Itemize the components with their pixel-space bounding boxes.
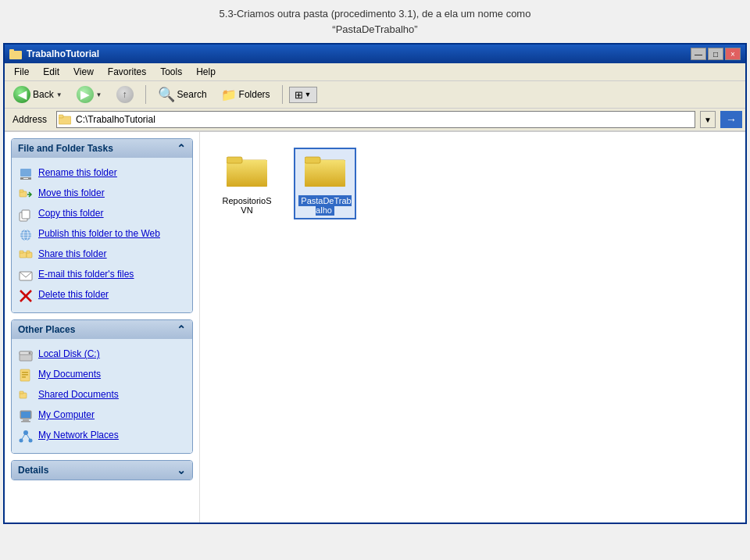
folders-button[interactable]: 📁 Folders — [216, 85, 276, 105]
titlebar: TrabalhoTutorial — □ × — [5, 45, 745, 63]
menu-edit[interactable]: Edit — [37, 65, 66, 79]
folder-item-pastadetrabalho[interactable]: PastaDeTrabalho — [294, 148, 356, 219]
folder-repositoriosvn-name: RepositorioSVN — [220, 196, 273, 215]
svg-rect-7 — [23, 178, 28, 179]
back-icon: ◀ — [13, 86, 30, 103]
forward-dropdown-icon: ▼ — [96, 91, 102, 98]
move-label: Move this folder — [38, 187, 105, 200]
annotation-text: 5.3-Criamos outra pasta (procedimento 3.… — [0, 0, 750, 43]
back-button[interactable]: ◀ Back ▼ — [8, 84, 68, 105]
forward-button[interactable]: ▶ ▼ — [71, 84, 108, 105]
folder-item-repositoriosvn[interactable]: RepositorioSVN — [216, 148, 278, 219]
addressbar: Address ▼ → — [5, 109, 745, 132]
details-title: Details — [18, 465, 48, 476]
menu-view[interactable]: View — [67, 65, 100, 79]
annotation-line2: “PastaDeTrabalho” — [332, 23, 417, 35]
close-button[interactable]: × — [725, 48, 741, 60]
share-icon — [18, 248, 34, 263]
menu-favorites[interactable]: Favorites — [102, 65, 152, 79]
address-input-container — [56, 111, 695, 128]
sidebar-item-move[interactable]: Move this folder — [15, 184, 189, 205]
maximize-button[interactable]: □ — [708, 48, 723, 60]
sidebar-item-rename[interactable]: Rename this folder — [15, 164, 189, 184]
other-places-collapse[interactable]: ⌃ — [177, 323, 186, 336]
sidebar-item-my-documents[interactable]: My Documents — [15, 366, 189, 386]
svg-rect-43 — [227, 160, 267, 187]
details-header[interactable]: Details ⌄ — [12, 461, 192, 480]
publish-label: Publish this folder to the Web — [38, 227, 160, 241]
window-controls: — □ × — [691, 48, 741, 60]
up-button[interactable]: ↑ — [111, 84, 139, 105]
menu-file[interactable]: File — [8, 65, 35, 79]
my-computer-label: My Computer — [38, 408, 95, 422]
svg-point-26 — [29, 352, 31, 355]
svg-rect-36 — [21, 421, 30, 423]
svg-rect-44 — [227, 157, 242, 163]
back-dropdown-icon: ▼ — [56, 91, 62, 98]
svg-rect-34 — [21, 412, 30, 418]
my-computer-icon — [18, 408, 34, 424]
shared-documents-icon — [18, 388, 34, 404]
view-icon: ⊞ — [295, 89, 303, 101]
view-dropdown-icon: ▼ — [305, 91, 312, 98]
toolbar-separator-1 — [145, 85, 146, 104]
sidebar-item-local-disk[interactable]: Local Disk (C:) — [15, 345, 189, 366]
rename-icon — [18, 166, 34, 182]
email-label: E-mail this folder's files — [38, 268, 134, 281]
sidebar: File and Folder Tasks ⌃ — [5, 132, 200, 523]
address-go-button[interactable]: → — [720, 111, 742, 128]
view-button[interactable]: ⊞ ▼ — [289, 87, 317, 103]
copy-icon — [18, 207, 34, 223]
my-documents-icon — [18, 368, 34, 383]
details-collapse[interactable]: ⌄ — [177, 464, 186, 476]
menu-tools[interactable]: Tools — [154, 65, 188, 79]
other-places-body: Local Disk (C:) My — [12, 339, 192, 453]
file-folder-tasks-title: File and Folder Tasks — [18, 143, 113, 154]
search-button[interactable]: 🔍 Search — [152, 84, 212, 105]
sidebar-item-network-places[interactable]: My Network Places — [15, 426, 189, 447]
svg-rect-29 — [22, 374, 28, 376]
sidebar-item-email[interactable]: E-mail this folder's files — [15, 266, 189, 286]
sidebar-item-my-computer[interactable]: My Computer — [15, 406, 189, 426]
file-folder-tasks-section: File and Folder Tasks ⌃ — [11, 138, 193, 313]
search-icon: 🔍 — [158, 86, 175, 103]
file-folder-tasks-collapse[interactable]: ⌃ — [177, 142, 186, 155]
svg-rect-46 — [305, 160, 345, 187]
sidebar-item-publish[interactable]: Publish this folder to the Web — [15, 225, 189, 245]
sidebar-item-delete[interactable]: Delete this folder — [15, 286, 189, 306]
annotation-line1: 5.3-Criamos outra pasta (procedimento 3.… — [220, 8, 531, 20]
svg-rect-4 — [59, 115, 63, 118]
sidebar-item-share[interactable]: Share this folder — [15, 245, 189, 266]
menu-help[interactable]: Help — [190, 65, 222, 79]
svg-rect-35 — [23, 419, 29, 421]
forward-icon: ▶ — [77, 86, 94, 103]
rename-label: Rename this folder — [38, 166, 117, 180]
svg-line-40 — [21, 433, 26, 441]
svg-rect-20 — [27, 251, 30, 253]
minimize-button[interactable]: — — [691, 48, 706, 60]
address-dropdown[interactable]: ▼ — [700, 111, 716, 128]
other-places-title: Other Places — [18, 324, 75, 335]
svg-rect-47 — [305, 157, 320, 163]
folder-pastadetrabalho-label: PastaDeTrabalho — [298, 195, 351, 216]
folders-label: Folders — [239, 89, 270, 100]
file-folder-tasks-header[interactable]: File and Folder Tasks ⌃ — [12, 139, 192, 158]
sidebar-item-copy[interactable]: Copy this folder — [15, 205, 189, 225]
network-places-label: My Network Places — [38, 429, 119, 442]
folders-icon: 📁 — [221, 87, 237, 102]
search-label: Search — [177, 89, 207, 100]
window-title: TrabalhoTutorial — [27, 48, 99, 59]
address-input[interactable] — [73, 112, 695, 127]
copy-label: Copy this folder — [38, 207, 103, 220]
other-places-header[interactable]: Other Places ⌃ — [12, 320, 192, 339]
svg-rect-28 — [22, 372, 28, 373]
svg-rect-32 — [20, 391, 23, 394]
svg-rect-11 — [22, 210, 30, 219]
publish-icon — [18, 227, 34, 243]
local-disk-label: Local Disk (C:) — [38, 348, 100, 361]
my-documents-label: My Documents — [38, 368, 101, 381]
folder-pastadetrabalho-icon — [305, 152, 345, 193]
svg-rect-30 — [22, 376, 26, 378]
up-icon: ↑ — [116, 86, 134, 103]
sidebar-item-shared-documents[interactable]: Shared Documents — [15, 386, 189, 406]
